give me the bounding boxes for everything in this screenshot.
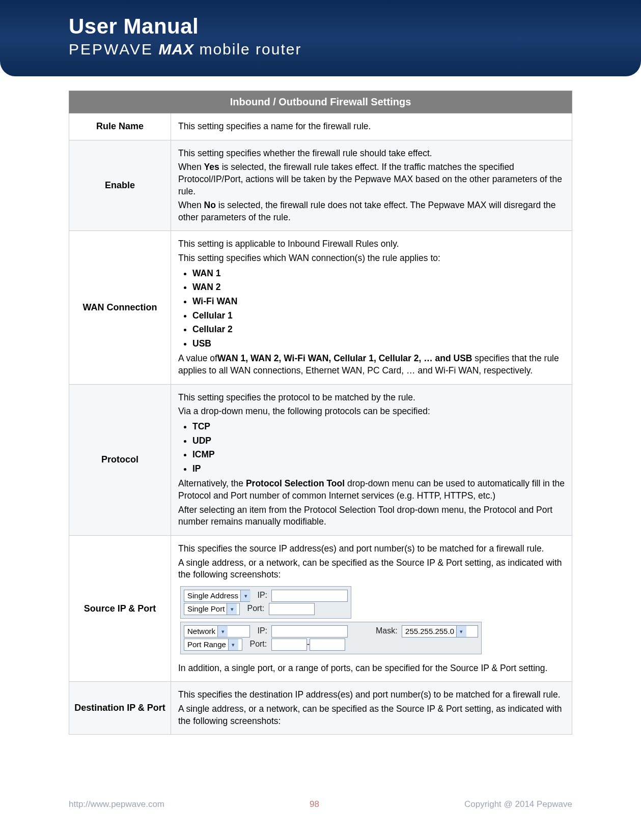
- table-row: Rule Name This setting specifies a name …: [69, 113, 572, 140]
- paragraph: After selecting an item from the Protoco…: [178, 504, 565, 528]
- paragraph: This setting is applicable to Inbound Fi…: [178, 238, 565, 250]
- chevron-down-icon: ▾: [227, 603, 237, 615]
- dropdown-address-type[interactable]: Network▾: [184, 625, 250, 638]
- paragraph: When Yes is selected, the firewall rule …: [178, 161, 565, 197]
- row-desc-enable: This setting specifies whether the firew…: [171, 140, 572, 231]
- doc-title: User Manual: [69, 14, 641, 39]
- chevron-down-icon: ▾: [240, 590, 250, 601]
- paragraph: This setting specifies the protocol to b…: [178, 392, 565, 404]
- dropdown-port-type[interactable]: Port Range▾: [184, 639, 242, 651]
- paragraph: This setting specifies which WAN connect…: [178, 252, 565, 265]
- screenshot-embedded: Single Address▾ IP: Single Port▾ Port:: [180, 586, 565, 657]
- chevron-down-icon: ▾: [217, 626, 228, 637]
- row-label-enable: Enable: [69, 140, 171, 231]
- port-to-input[interactable]: [310, 639, 345, 651]
- row-label-protocol: Protocol: [69, 384, 171, 535]
- settings-table: Inbound / Outbound Firewall Settings Rul…: [69, 91, 572, 735]
- list-item: UDP: [192, 435, 565, 447]
- row-desc-rule-name: This setting specifies a name for the fi…: [171, 113, 572, 140]
- list-item: IP: [192, 463, 565, 475]
- row-desc-protocol: This setting specifies the protocol to b…: [171, 384, 572, 535]
- list-item: WAN 1: [192, 268, 565, 280]
- label-mask: Mask:: [376, 625, 398, 636]
- paragraph: This setting specifies a name for the fi…: [178, 121, 565, 133]
- row-desc-wan: This setting is applicable to Inbound Fi…: [171, 231, 572, 384]
- table-row: Enable This setting specifies whether th…: [69, 140, 572, 231]
- row-label-wan: WAN Connection: [69, 231, 171, 384]
- footer-copyright: Copyright @ 2014 Pepwave: [464, 799, 572, 809]
- row-label-rule-name: Rule Name: [69, 113, 171, 140]
- label-port: Port:: [249, 639, 267, 650]
- dropdown-mask[interactable]: 255.255.255.0▾: [402, 625, 478, 638]
- screenshot-single-address: Single Address▾ IP: Single Port▾ Port:: [180, 586, 351, 619]
- paragraph: Via a drop-down menu, the following prot…: [178, 405, 565, 418]
- paragraph: When No is selected, the firewall rule d…: [178, 199, 565, 223]
- dropdown-port-type[interactable]: Single Port▾: [184, 603, 240, 615]
- page-number: 98: [310, 799, 319, 809]
- list-item: WAN 2: [192, 281, 565, 294]
- paragraph: This setting specifies whether the firew…: [178, 148, 565, 160]
- list-item: ICMP: [192, 449, 565, 461]
- list-item: Cellular 1: [192, 310, 565, 322]
- subtitle-rest: mobile router: [194, 41, 301, 57]
- paragraph: A single address, or a network, can be s…: [178, 557, 565, 581]
- page-footer: http://www.pepwave.com 98 Copyright @ 20…: [0, 799, 641, 809]
- list-item: Wi-Fi WAN: [192, 296, 565, 308]
- label-port: Port:: [247, 603, 264, 614]
- paragraph: A single address, or a network, can be s…: [178, 703, 565, 727]
- bullet-list: TCP UDP ICMP IP: [192, 421, 565, 475]
- paragraph: In addition, a single port, or a range o…: [178, 662, 565, 675]
- list-item: TCP: [192, 421, 565, 433]
- list-item: Cellular 2: [192, 324, 565, 336]
- doc-subtitle: PEPWAVE MAX mobile router: [69, 41, 641, 58]
- table-row: WAN Connection This setting is applicabl…: [69, 231, 572, 384]
- port-input[interactable]: [269, 603, 315, 615]
- row-label-source-ip-port: Source IP & Port: [69, 535, 171, 682]
- port-from-input[interactable]: [271, 639, 307, 651]
- row-label-destination-ip-port: Destination IP & Port: [69, 682, 171, 735]
- screenshot-network: Network▾ IP: Mask: 255.255.255.0▾ Port R…: [180, 622, 482, 654]
- ip-input[interactable]: [271, 590, 348, 602]
- row-desc-destination-ip-port: This specifies the destination IP addres…: [171, 682, 572, 735]
- label-ip: IP:: [257, 590, 267, 601]
- paragraph: This specifies the destination IP addres…: [178, 689, 565, 701]
- table-row: Protocol This setting specifies the prot…: [69, 384, 572, 535]
- bullet-list: WAN 1 WAN 2 Wi-Fi WAN Cellular 1 Cellula…: [192, 268, 565, 350]
- dropdown-address-type[interactable]: Single Address▾: [184, 590, 250, 602]
- content-area: Inbound / Outbound Firewall Settings Rul…: [0, 76, 641, 735]
- paragraph: A value ofWAN 1, WAN 2, Wi-Fi WAN, Cellu…: [178, 353, 565, 376]
- paragraph: Alternatively, the Protocol Selection To…: [178, 478, 565, 502]
- table-title: Inbound / Outbound Firewall Settings: [69, 91, 572, 113]
- footer-url: http://www.pepwave.com: [69, 799, 164, 809]
- paragraph: This specifies the source IP address(es)…: [178, 543, 565, 555]
- table-row: Destination IP & Port This specifies the…: [69, 682, 572, 735]
- row-desc-source-ip-port: This specifies the source IP address(es)…: [171, 535, 572, 682]
- chevron-down-icon: ▾: [456, 626, 466, 637]
- product-max: MAX: [158, 41, 194, 57]
- chevron-down-icon: ▾: [228, 639, 238, 650]
- document-page: User Manual PEPWAVE MAX mobile router In…: [0, 0, 641, 840]
- ip-input[interactable]: [271, 625, 348, 638]
- header-band: User Manual PEPWAVE MAX mobile router: [0, 0, 641, 76]
- brand-text: PEPWAVE: [69, 41, 153, 57]
- list-item: USB: [192, 338, 565, 350]
- label-ip: IP:: [257, 625, 267, 636]
- table-row: Source IP & Port This specifies the sour…: [69, 535, 572, 682]
